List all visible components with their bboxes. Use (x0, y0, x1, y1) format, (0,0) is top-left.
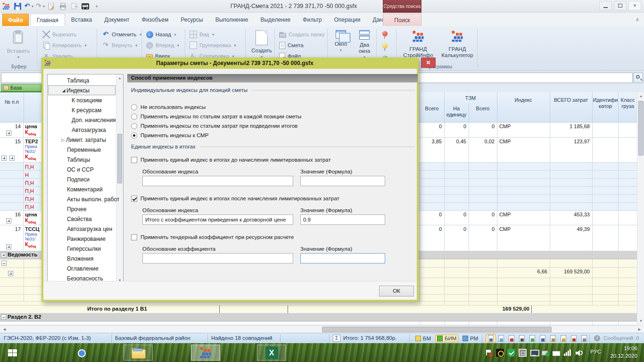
tab-Вставка[interactable]: Вставка (65, 14, 99, 26)
tree-item-Оглавление[interactable]: Оглавление (48, 263, 116, 273)
section-row[interactable]: Раздел 2. В2 (0, 313, 637, 321)
mode-РМ[interactable]: РМ (461, 335, 479, 342)
tree-scroll-thumb[interactable] (117, 134, 122, 183)
tree-item-Акты выполн. работ[interactable]: Акты выполн. работ (48, 194, 116, 204)
tree-item-Гиперссылки[interactable]: Гиперссылки (48, 244, 116, 254)
expand-icon[interactable] (1, 261, 7, 266)
tab-Главная[interactable]: Главная (30, 14, 65, 26)
chart-view-icon[interactable] (569, 334, 579, 343)
totals-row[interactable]: Итого по разделу 1 В1169 529,00 (0, 305, 637, 313)
action-center-flag-icon[interactable] (485, 349, 493, 357)
expand-icon[interactable] (6, 218, 11, 223)
expanded-expander-icon[interactable]: ◢ (61, 88, 66, 93)
hand-view-icon[interactable] (548, 334, 558, 343)
taskbar-explorer-button[interactable] (124, 345, 153, 361)
object-estimate-view-icon[interactable] (496, 334, 506, 343)
radio-Применять индексы по статьям затрат при подведении итогов[interactable]: Применять индексы по статьям затрат при … (131, 122, 297, 130)
mode-БИМ[interactable]: БИМ (435, 335, 458, 342)
grouping-button[interactable]: Группировка▼ (188, 40, 239, 50)
mode-БМ[interactable]: БМ (414, 335, 432, 342)
column-header-na-edinicu[interactable]: На единицу (444, 106, 469, 118)
minimize-button[interactable] (599, 1, 612, 10)
vertical-scrollbar[interactable]: ▲ ▼ (637, 92, 644, 325)
column-header-vsego[interactable]: Всего (420, 106, 444, 112)
tab-Ресурсы[interactable]: Ресурсы (174, 14, 209, 26)
expand-icon[interactable] (1, 252, 6, 257)
checkbox-index-after-limited[interactable]: Применять единый индекс в итогах после н… (131, 195, 339, 202)
paste-button[interactable]: Вставить▼ (5, 28, 32, 68)
tree-item-Свойства[interactable]: Свойства (48, 214, 116, 224)
tab-Выделение[interactable]: Выделение (254, 14, 297, 26)
scroll-right-icon[interactable]: ▶ (636, 326, 643, 333)
tree-item-Вложения[interactable]: Вложения (48, 254, 116, 263)
view-button[interactable]: Вид▼ (188, 29, 217, 40)
tab-base[interactable]: База (1, 84, 41, 91)
tab-file[interactable]: Файл (2, 14, 29, 26)
collapsed-expander-icon[interactable]: ▷ (60, 138, 66, 142)
undo-icon[interactable]: ↶▼ (25, 2, 33, 10)
ruler-view-icon[interactable] (579, 334, 589, 343)
expand-icon[interactable] (1, 156, 7, 161)
tree-item-ОС и ССР[interactable]: ОС и ССР (48, 165, 116, 174)
tree-item-Подписи[interactable]: Подписи (48, 174, 116, 184)
undo-button[interactable]: ↶Отменить▼ (100, 29, 144, 40)
checkbox-index-before-limited[interactable]: Применять единый индекс в итогах до начи… (131, 156, 330, 164)
search-button[interactable] (634, 73, 643, 83)
tab-Выполнение[interactable]: Выполнение (209, 14, 255, 26)
tsn-view-icon[interactable] (517, 334, 527, 343)
expand-icon[interactable] (6, 131, 11, 136)
column-header-identifier[interactable]: Идентификатор (593, 97, 618, 109)
tree-item-Прочее[interactable]: Прочее (48, 204, 116, 214)
horizontal-scroll-thumb[interactable] (322, 327, 552, 332)
battery-icon[interactable] (553, 349, 561, 357)
clock[interactable]: 19:06 20.12.2020 (610, 345, 637, 360)
cut-button[interactable]: Вырезать (41, 29, 78, 40)
tree-item-К позициям[interactable]: К позициям (48, 95, 116, 105)
radio-Применять индексы по статьям затрат в каждой позиции сметы[interactable]: Применять индексы по статьям затрат в ка… (131, 113, 301, 120)
flag-ru-view-icon[interactable] (506, 334, 517, 343)
value-input-3[interactable] (300, 253, 385, 263)
taskbar-excel-button[interactable]: X (257, 345, 286, 361)
create-folder-button[interactable]: Создать папку (277, 29, 327, 40)
tab-Операции[interactable]: Операции (328, 14, 366, 26)
recorder-icon[interactable] (496, 349, 504, 357)
forward-button[interactable]: →Вперед▼ (144, 40, 182, 50)
print-icon[interactable] (58, 2, 67, 10)
horizontal-scrollbar[interactable]: ◀ ▶ (0, 325, 644, 333)
smeta-button[interactable]: Смета (277, 40, 305, 50)
defender-shield-icon[interactable] (507, 349, 515, 357)
tree-item-Доп. начисления[interactable]: Доп. начисления (48, 115, 116, 125)
save-icon[interactable] (13, 2, 22, 10)
nr-view-icon[interactable] (537, 334, 548, 343)
tree-scrollbar[interactable]: ▲ ▼ (116, 74, 123, 284)
column-header-num[interactable]: № п.п (0, 99, 24, 105)
column-header-tzm[interactable]: ТЗМ (444, 95, 497, 101)
reason-input-1[interactable] (142, 176, 293, 186)
display-box-icon[interactable] (519, 349, 527, 357)
close-button[interactable]: × (628, 1, 641, 10)
scroll-down-icon[interactable]: ▼ (637, 317, 644, 325)
tree-scroll-up-icon[interactable]: ▲ (116, 74, 123, 82)
yellow-pin-button[interactable] (379, 40, 391, 51)
taskbar-grand-smeta-button[interactable] (191, 345, 220, 361)
column-header-index[interactable]: Индекс (497, 97, 550, 103)
red-pin-button[interactable] (379, 28, 391, 39)
monitor-icon[interactable] (530, 349, 538, 357)
tree-item-Индексы[interactable]: ◢Индексы (48, 85, 116, 95)
tree-item-Ранжирование[interactable]: Ранжирование (48, 234, 116, 244)
reason-input-3[interactable] (142, 253, 293, 263)
grand-calculator-button[interactable]: ГРАНД Калькулятор (438, 28, 476, 68)
vertical-scroll-thumb[interactable] (638, 101, 644, 156)
column-header-vsego2[interactable]: Всего (469, 106, 497, 112)
collapse-icon[interactable] (1, 314, 6, 320)
timer-view-icon[interactable] (527, 334, 537, 343)
copy-button[interactable]: Копировать▼ (41, 40, 89, 50)
dialog-titlebar[interactable]: Параметры сметы - Документы\2 739 371,70… (41, 58, 419, 69)
tree-item-Лимит. затраты[interactable]: ▷Лимит. затраты (48, 135, 116, 145)
checkbox-tender-coefficient[interactable]: Применять тендерный коэффициент при ресу… (131, 233, 294, 241)
value-input-1[interactable] (300, 176, 385, 186)
volume-icon[interactable] (575, 349, 583, 357)
tree-item-Таблица[interactable]: Таблица (48, 75, 116, 85)
tree-item-Комментарий[interactable]: Комментарий (48, 184, 116, 194)
radio-Применять индексы к СМР[interactable]: Применять индексы к СМР (131, 132, 208, 139)
